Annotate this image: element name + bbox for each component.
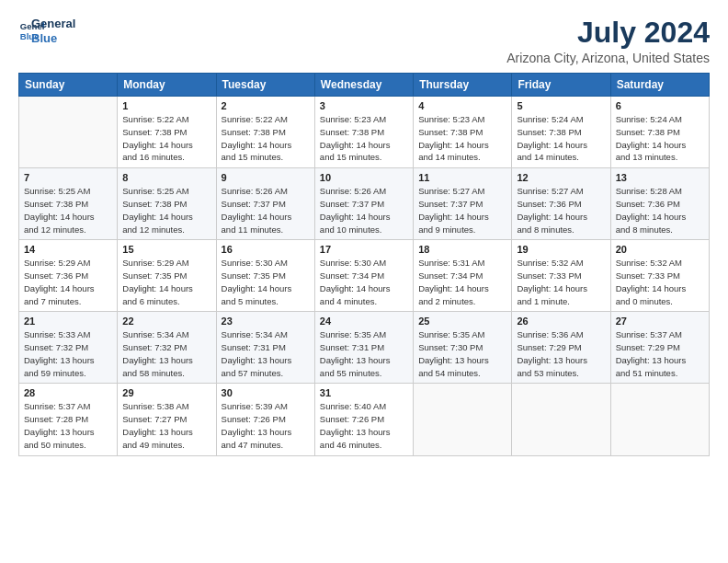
day-info: Sunrise: 5:33 AM Sunset: 7:32 PM Dayligh… <box>24 328 112 379</box>
day-cell: 15Sunrise: 5:29 AM Sunset: 7:35 PM Dayli… <box>118 240 216 312</box>
day-info: Sunrise: 5:23 AM Sunset: 7:38 PM Dayligh… <box>418 113 506 164</box>
day-info: Sunrise: 5:34 AM Sunset: 7:31 PM Dayligh… <box>222 328 310 379</box>
day-cell <box>414 384 512 455</box>
header-row: Sunday Monday Tuesday Wednesday Thursday… <box>19 74 710 97</box>
day-number: 17 <box>320 244 408 255</box>
day-info: Sunrise: 5:36 AM Sunset: 7:29 PM Dayligh… <box>517 328 605 379</box>
day-cell: 27Sunrise: 5:37 AM Sunset: 7:29 PM Dayli… <box>610 312 709 384</box>
col-monday: Monday <box>118 74 216 97</box>
week-row-4: 21Sunrise: 5:33 AM Sunset: 7:32 PM Dayli… <box>19 312 710 384</box>
col-sunday: Sunday <box>19 74 118 97</box>
day-info: Sunrise: 5:39 AM Sunset: 7:26 PM Dayligh… <box>222 400 310 451</box>
day-cell: 4Sunrise: 5:23 AM Sunset: 7:38 PM Daylig… <box>414 97 512 168</box>
day-cell: 2Sunrise: 5:22 AM Sunset: 7:38 PM Daylig… <box>216 97 314 168</box>
day-cell: 3Sunrise: 5:23 AM Sunset: 7:38 PM Daylig… <box>314 97 413 168</box>
day-number: 22 <box>122 316 210 327</box>
day-number: 10 <box>320 172 408 183</box>
week-row-3: 14Sunrise: 5:29 AM Sunset: 7:36 PM Dayli… <box>19 240 710 312</box>
col-saturday: Saturday <box>610 74 709 97</box>
day-info: Sunrise: 5:32 AM Sunset: 7:33 PM Dayligh… <box>517 257 605 307</box>
day-cell: 12Sunrise: 5:27 AM Sunset: 7:36 PM Dayli… <box>512 168 610 240</box>
day-number: 29 <box>122 387 210 398</box>
logo: General Blue General Blue <box>18 17 75 45</box>
day-number: 27 <box>616 316 704 327</box>
day-number: 31 <box>320 387 408 398</box>
day-number: 11 <box>418 172 506 183</box>
day-number: 20 <box>616 244 704 255</box>
day-info: Sunrise: 5:35 AM Sunset: 7:31 PM Dayligh… <box>320 328 408 379</box>
day-info: Sunrise: 5:37 AM Sunset: 7:28 PM Dayligh… <box>24 400 112 451</box>
day-number: 26 <box>517 316 605 327</box>
day-info: Sunrise: 5:24 AM Sunset: 7:38 PM Dayligh… <box>616 113 704 164</box>
day-number: 23 <box>222 316 310 327</box>
day-cell: 8Sunrise: 5:25 AM Sunset: 7:38 PM Daylig… <box>118 168 216 240</box>
week-row-2: 7Sunrise: 5:25 AM Sunset: 7:38 PM Daylig… <box>19 168 710 240</box>
day-number: 2 <box>222 100 310 111</box>
day-info: Sunrise: 5:22 AM Sunset: 7:38 PM Dayligh… <box>222 113 310 164</box>
day-cell: 23Sunrise: 5:34 AM Sunset: 7:31 PM Dayli… <box>216 312 314 384</box>
day-cell: 7Sunrise: 5:25 AM Sunset: 7:38 PM Daylig… <box>19 168 118 240</box>
day-cell: 25Sunrise: 5:35 AM Sunset: 7:30 PM Dayli… <box>414 312 512 384</box>
day-number: 28 <box>24 387 112 398</box>
day-number: 15 <box>122 244 210 255</box>
day-number: 6 <box>616 100 704 111</box>
day-number: 21 <box>24 316 112 327</box>
day-number: 5 <box>517 100 605 111</box>
day-cell: 13Sunrise: 5:28 AM Sunset: 7:36 PM Dayli… <box>610 168 709 240</box>
day-cell: 28Sunrise: 5:37 AM Sunset: 7:28 PM Dayli… <box>19 384 118 455</box>
day-cell: 5Sunrise: 5:24 AM Sunset: 7:38 PM Daylig… <box>512 97 610 168</box>
day-number: 7 <box>24 172 112 183</box>
day-cell: 10Sunrise: 5:26 AM Sunset: 7:37 PM Dayli… <box>314 168 413 240</box>
day-cell: 29Sunrise: 5:38 AM Sunset: 7:27 PM Dayli… <box>118 384 216 455</box>
day-cell: 19Sunrise: 5:32 AM Sunset: 7:33 PM Dayli… <box>512 240 610 312</box>
header: General Blue General Blue July 2024 Ariz… <box>18 17 710 65</box>
col-friday: Friday <box>512 74 610 97</box>
day-number: 25 <box>418 316 506 327</box>
day-info: Sunrise: 5:35 AM Sunset: 7:30 PM Dayligh… <box>418 328 506 379</box>
day-cell <box>512 384 610 455</box>
day-number: 24 <box>320 316 408 327</box>
col-wednesday: Wednesday <box>314 74 413 97</box>
day-info: Sunrise: 5:38 AM Sunset: 7:27 PM Dayligh… <box>122 400 210 451</box>
day-cell: 30Sunrise: 5:39 AM Sunset: 7:26 PM Dayli… <box>216 384 314 455</box>
day-info: Sunrise: 5:28 AM Sunset: 7:36 PM Dayligh… <box>616 185 704 236</box>
day-number: 12 <box>517 172 605 183</box>
day-cell: 11Sunrise: 5:27 AM Sunset: 7:37 PM Dayli… <box>414 168 512 240</box>
day-info: Sunrise: 5:23 AM Sunset: 7:38 PM Dayligh… <box>320 113 408 164</box>
day-number: 16 <box>222 244 310 255</box>
calendar-table: Sunday Monday Tuesday Wednesday Thursday… <box>18 73 710 455</box>
week-row-5: 28Sunrise: 5:37 AM Sunset: 7:28 PM Dayli… <box>19 384 710 455</box>
day-number: 18 <box>418 244 506 255</box>
day-cell: 17Sunrise: 5:30 AM Sunset: 7:34 PM Dayli… <box>314 240 413 312</box>
day-cell: 31Sunrise: 5:40 AM Sunset: 7:26 PM Dayli… <box>314 384 413 455</box>
day-number: 14 <box>24 244 112 255</box>
logo-general: General <box>31 17 75 31</box>
day-number: 9 <box>222 172 310 183</box>
day-number: 8 <box>122 172 210 183</box>
day-cell: 22Sunrise: 5:34 AM Sunset: 7:32 PM Dayli… <box>118 312 216 384</box>
day-info: Sunrise: 5:29 AM Sunset: 7:35 PM Dayligh… <box>122 257 210 307</box>
day-info: Sunrise: 5:25 AM Sunset: 7:38 PM Dayligh… <box>122 185 210 236</box>
day-cell: 24Sunrise: 5:35 AM Sunset: 7:31 PM Dayli… <box>314 312 413 384</box>
day-number: 4 <box>418 100 506 111</box>
day-info: Sunrise: 5:22 AM Sunset: 7:38 PM Dayligh… <box>122 113 210 164</box>
col-thursday: Thursday <box>414 74 512 97</box>
day-info: Sunrise: 5:31 AM Sunset: 7:34 PM Dayligh… <box>418 257 506 307</box>
day-cell: 1Sunrise: 5:22 AM Sunset: 7:38 PM Daylig… <box>118 97 216 168</box>
day-info: Sunrise: 5:27 AM Sunset: 7:37 PM Dayligh… <box>418 185 506 236</box>
day-info: Sunrise: 5:37 AM Sunset: 7:29 PM Dayligh… <box>616 328 704 379</box>
day-number: 19 <box>517 244 605 255</box>
day-info: Sunrise: 5:32 AM Sunset: 7:33 PM Dayligh… <box>616 257 704 307</box>
day-cell: 6Sunrise: 5:24 AM Sunset: 7:38 PM Daylig… <box>610 97 709 168</box>
day-cell: 18Sunrise: 5:31 AM Sunset: 7:34 PM Dayli… <box>414 240 512 312</box>
week-row-1: 1Sunrise: 5:22 AM Sunset: 7:38 PM Daylig… <box>19 97 710 168</box>
day-cell <box>610 384 709 455</box>
title-block: July 2024 Arizona City, Arizona, United … <box>506 17 710 65</box>
day-info: Sunrise: 5:25 AM Sunset: 7:38 PM Dayligh… <box>24 185 112 236</box>
day-cell: 16Sunrise: 5:30 AM Sunset: 7:35 PM Dayli… <box>216 240 314 312</box>
logo-blue: Blue <box>31 31 75 46</box>
day-info: Sunrise: 5:30 AM Sunset: 7:35 PM Dayligh… <box>222 257 310 307</box>
day-cell: 9Sunrise: 5:26 AM Sunset: 7:37 PM Daylig… <box>216 168 314 240</box>
calendar-page: General Blue General Blue July 2024 Ariz… <box>0 0 728 563</box>
day-info: Sunrise: 5:40 AM Sunset: 7:26 PM Dayligh… <box>320 400 408 451</box>
